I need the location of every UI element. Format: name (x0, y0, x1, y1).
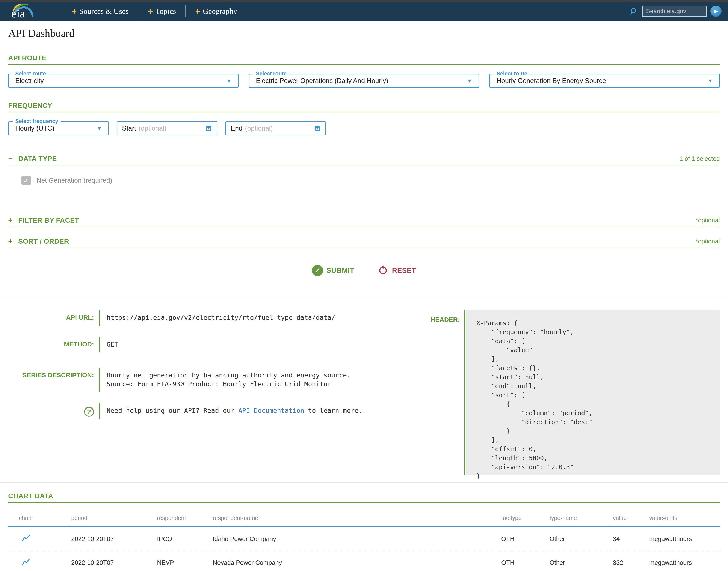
section-rule (8, 64, 720, 65)
nav-item-topics[interactable]: + Topics (139, 7, 185, 16)
data-type-selected-count: 1 of 1 selected (679, 155, 720, 162)
collapse-icon[interactable]: − (8, 155, 13, 163)
divider (0, 45, 728, 45)
nav-menu: + Sources & Uses + Topics + Geography (62, 2, 247, 21)
end-date-field[interactable]: End (optional) (225, 121, 326, 135)
nav-item-geography[interactable]: + Geography (186, 7, 247, 16)
api-documentation-link[interactable]: API Documentation (238, 407, 304, 414)
go-arrow-icon: ▶ (714, 8, 718, 14)
data-type-header: − DATA TYPE 1 of 1 selected (8, 155, 720, 163)
header-panel: HEADER: X-Params: { "frequency": "hourly… (424, 310, 720, 475)
top-navbar: eia + Sources & Uses + Topics + Geograph… (0, 2, 728, 21)
chart-data-header: CHART DATA (8, 492, 720, 500)
submit-button[interactable]: ✓ SUBMIT (312, 265, 354, 276)
chart-icon[interactable] (21, 533, 31, 543)
sort-order-header: + SORT / ORDER *optional (8, 237, 720, 245)
frequency-row: Select frequency Hourly (UTC) ▼ Start (o… (8, 121, 720, 135)
sort-order-optional: *optional (696, 238, 720, 245)
table-header-row: chart period respondent respondent-name … (8, 515, 720, 527)
form-actions: ✓ SUBMIT RESET (8, 265, 720, 276)
route-select-3[interactable]: Select route Hourly Generation By Energy… (489, 74, 720, 88)
chart-data-table-viewport: chart period respondent respondent-name … (8, 515, 720, 571)
plus-icon: + (72, 7, 77, 15)
plus-icon: + (148, 7, 153, 15)
frequency-select[interactable]: Select frequency Hourly (UTC) ▼ (8, 121, 109, 135)
route-select-2[interactable]: Select route Electric Power Operations (… (249, 74, 479, 88)
divider (0, 482, 728, 483)
expand-icon[interactable]: + (8, 238, 13, 245)
net-generation-row: ✓ Net Generation (required) (21, 176, 720, 185)
calendar-icon[interactable] (205, 125, 212, 132)
api-route-title: API ROUTE (8, 54, 47, 62)
method-label: METHOD: (8, 337, 94, 352)
api-url-label: API URL: (8, 310, 94, 326)
chart-icon[interactable] (21, 557, 31, 567)
chevron-down-icon: ▼ (463, 78, 472, 84)
check-icon: ✓ (23, 177, 29, 184)
filter-facet-optional: *optional (696, 217, 720, 224)
x-params-code-box: X-Params: { "frequency": "hourly", "data… (466, 310, 720, 475)
chevron-down-icon: ▼ (222, 78, 232, 84)
chart-data-title: CHART DATA (8, 492, 53, 500)
eia-logo-text: eia (11, 7, 25, 20)
api-route-header: API ROUTE (8, 54, 720, 62)
section-rule (8, 227, 720, 227)
help-icon: ? (84, 407, 94, 417)
route-select-1[interactable]: Select route Electricity ▼ (8, 74, 239, 88)
plus-icon: + (195, 7, 200, 15)
method-value: GET (100, 337, 118, 352)
api-url-row: API URL: https://api.eia.gov/v2/electric… (8, 310, 424, 326)
reset-button[interactable]: RESET (378, 265, 416, 276)
section-rule (8, 502, 720, 503)
help-row: ? Need help using our API? Read our API … (8, 403, 424, 419)
api-url-value: https://api.eia.gov/v2/electricity/rto/f… (100, 310, 335, 326)
method-row: METHOD: GET (8, 337, 424, 352)
search-icon (630, 7, 638, 15)
page-title: API Dashboard (8, 27, 720, 39)
series-description-label: SERIES DESCRIPTION: (8, 368, 94, 392)
window-top-strip (0, 0, 728, 2)
expand-icon[interactable]: + (8, 217, 13, 224)
filter-facet-title: FILTER BY FACET (18, 217, 79, 224)
check-circle-icon: ✓ (312, 265, 323, 276)
divider (0, 297, 728, 297)
table-row: 2022-10-20T07 NEVP Nevada Power Company … (8, 551, 720, 571)
table-row: 2022-10-20T07 IPCO Idaho Power Company O… (8, 527, 720, 551)
series-description-value: Hourly net generation by balancing autho… (100, 368, 351, 392)
header-label: HEADER: (424, 310, 460, 323)
chart-data-table: chart period respondent respondent-name … (8, 515, 720, 571)
chevron-down-icon: ▼ (92, 125, 102, 131)
x-params-code: X-Params: { "frequency": "hourly", "data… (476, 319, 709, 480)
net-generation-label: Net Generation (required) (36, 177, 112, 184)
section-rule (8, 165, 720, 165)
request-details: API URL: https://api.eia.gov/v2/electric… (8, 310, 720, 475)
net-generation-checkbox[interactable]: ✓ (21, 176, 31, 185)
frequency-header: FREQUENCY (8, 102, 720, 110)
start-date-field[interactable]: Start (optional) (117, 121, 217, 135)
section-rule (8, 248, 720, 248)
frequency-title: FREQUENCY (8, 102, 52, 110)
green-bar (464, 310, 465, 475)
calendar-icon[interactable] (314, 125, 321, 132)
eia-logo[interactable]: eia (6, 2, 38, 21)
nav-item-sources-uses[interactable]: + Sources & Uses (62, 7, 138, 16)
sort-order-title: SORT / ORDER (18, 237, 69, 245)
section-rule (8, 112, 720, 112)
route-selects-row: Select route Electricity ▼ Select route … (8, 74, 720, 88)
help-text: Need help using our API? Read our API Do… (100, 403, 362, 419)
series-description-row: SERIES DESCRIPTION: Hourly net generatio… (8, 368, 424, 392)
chevron-down-icon: ▼ (703, 78, 713, 84)
filter-facet-header: + FILTER BY FACET *optional (8, 217, 720, 224)
search-go-button[interactable]: ▶ (710, 6, 722, 17)
reset-arrow-icon (378, 265, 388, 276)
search-input[interactable] (642, 6, 707, 16)
data-type-title: DATA TYPE (18, 155, 57, 163)
help-label-cell: ? (8, 403, 94, 419)
nav-search-area: ▶ (630, 6, 722, 17)
